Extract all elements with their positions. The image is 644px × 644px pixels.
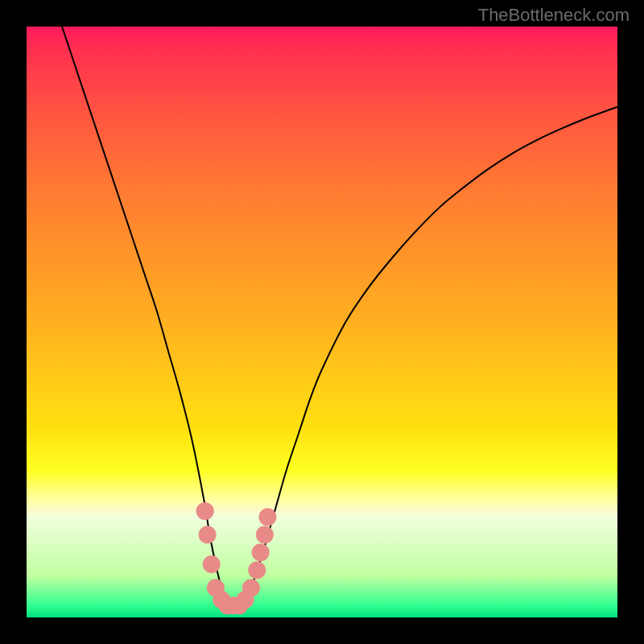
highlight-marker — [242, 579, 260, 597]
highlight-marker — [258, 508, 276, 526]
highlight-marker — [196, 502, 214, 520]
highlight-marker — [248, 561, 266, 579]
plot-area — [27, 27, 617, 617]
highlight-marker — [199, 526, 217, 543]
highlight-marker — [256, 526, 274, 543]
watermark-text: TheBottleneck.com — [478, 5, 630, 26]
bottleneck-curve — [27, 27, 617, 617]
highlight-marker — [252, 543, 270, 561]
highlight-marker — [203, 555, 221, 573]
